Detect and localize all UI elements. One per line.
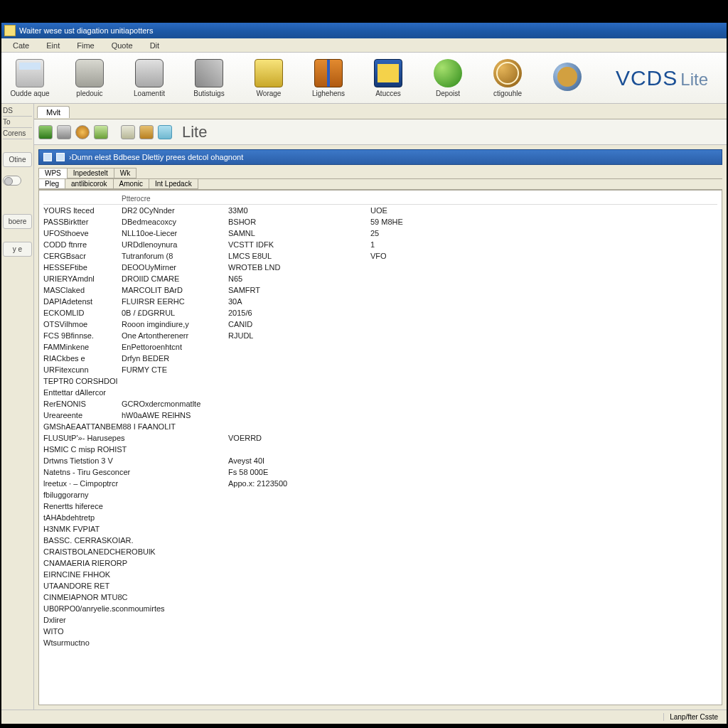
toolbar-button-label: pledouic: [76, 90, 102, 97]
cell: [370, 353, 717, 364]
toolbar-button[interactable]: Loamentit: [127, 59, 172, 97]
workspace-tab[interactable]: Mvlt: [37, 106, 70, 118]
cell: N65: [228, 273, 370, 284]
cell: OTSVilhmoe: [43, 318, 122, 330]
cell: UOE: [370, 205, 717, 216]
folder-icon[interactable]: [121, 125, 135, 139]
cell: 0B / £DGRRUL: [122, 307, 228, 318]
data-row: CRAISTBOLANEDCHEROBUlK: [43, 546, 717, 557]
sidebar-toggle[interactable]: [3, 176, 21, 186]
sidebar-head-3: Corens: [3, 128, 32, 139]
user-icon[interactable]: [75, 125, 90, 139]
cell: DROIID CMARE: [122, 273, 228, 284]
data-row: CNAMAERIA RIERORP: [43, 557, 717, 569]
menu-item-quote[interactable]: Quote: [103, 40, 141, 51]
cell: [370, 296, 717, 307]
cell: [228, 364, 370, 375]
cell: [370, 364, 717, 375]
toolbar-button[interactable]: Lighehens: [306, 59, 351, 97]
cell: Aveyst 40I: [228, 455, 264, 466]
cell: RerENONIS: [43, 398, 122, 410]
toolbar-button[interactable]: ctigouhle: [485, 59, 530, 97]
data-row: RerENONISGCROxdercmonmatlte: [43, 398, 717, 410]
data-row: fbiluggorarny: [43, 489, 717, 500]
sidebar-button-boere[interactable]: boere: [3, 214, 32, 229]
toolbar-button[interactable]: Oudde aque: [7, 59, 53, 97]
cell: 1: [370, 239, 717, 250]
cell: Rooon imgindiure,y: [122, 318, 228, 330]
toolbar-button[interactable]: pledouic: [67, 59, 112, 97]
toolbar-button-label: Oudde aque: [10, 90, 49, 97]
data-row: H3NMK FVPIAT: [43, 523, 717, 535]
data-row: PASSBirktterDBedmeacoxcyBSHOR59 M8HE: [43, 216, 717, 228]
data-row: BASSC. CERRASKOIAR.: [43, 535, 717, 546]
inner-tab[interactable]: Wk: [114, 168, 136, 178]
data-row: RIACkbes eDrfyn BEDER: [43, 353, 717, 364]
package-icon[interactable]: [139, 125, 154, 139]
inner-subtab[interactable]: Amonic: [113, 179, 149, 189]
toolbar-button[interactable]: Depoist: [425, 59, 471, 97]
cell: ECKOMLID: [43, 307, 122, 318]
subheader-text: ›Dumn elest Bdbese Dlettiy prees detcol …: [69, 153, 243, 161]
menu-item-cate[interactable]: Cate: [4, 40, 38, 51]
data-row: HESSEFtibeDEOOUyMirnerWROTEB LND: [43, 262, 717, 273]
inner-tab[interactable]: Inpedestelt: [67, 168, 114, 178]
inner-tab[interactable]: WPS: [38, 168, 68, 178]
cell: LMCS E8UL: [228, 250, 370, 262]
toolbar-button[interactable]: [545, 63, 590, 93]
data-row: GMShAEAATTANBEM88 I FAANOLIT: [43, 421, 717, 432]
data-row: CODD ftnrreURDdlenoynuraVCSTT IDFK1: [43, 239, 717, 250]
cell: DEOOUyMirner: [122, 262, 228, 273]
toolbar-button[interactable]: Worage: [246, 59, 291, 97]
cell: URFitexcunn: [43, 364, 122, 375]
cell: VCSTT IDFK: [228, 239, 370, 250]
data-row: lreetux · – CimpoptrcrAppo.x: 2123500: [43, 478, 717, 489]
case-icon: [374, 59, 402, 87]
data-row: URIERYAmdnlDROIID CMAREN65: [43, 273, 717, 284]
data-row: Drtwns Tietstion 3 VAveyst 40I: [43, 455, 717, 466]
cell: SAMFRT: [228, 284, 370, 296]
window-titlebar: Waiter wese ust diagation unitiapotters: [1, 23, 727, 38]
cell: SAMNL: [228, 228, 370, 239]
device-icon[interactable]: [57, 125, 71, 139]
cell: CANID: [228, 318, 370, 330]
sidebar-button-ye[interactable]: y e: [3, 242, 32, 257]
cell: [370, 307, 717, 318]
cell: URIERYAmdnl: [43, 273, 122, 284]
data-row: HSMIC C misp ROHIST: [43, 444, 717, 455]
main-toolbar: Oudde aquepledouicLoamentitButistuigsWor…: [1, 53, 727, 104]
cell: Drfyn BEDER: [122, 353, 228, 364]
refresh-icon[interactable]: [38, 125, 53, 139]
cell: lreetux · – Cimpoptrcr: [43, 478, 228, 489]
inner-subtab[interactable]: Pleg: [38, 179, 65, 189]
data-row: CERGBsacrTutranforum (8LMCS E8ULVFO: [43, 250, 717, 262]
cell: [370, 341, 717, 353]
toolbar-button[interactable]: Atucces: [365, 59, 411, 97]
data-row: Dxlirer: [43, 614, 717, 626]
menu-item-eint[interactable]: Eint: [38, 40, 68, 51]
cell: FLUSUtP'»- Harusepes: [43, 432, 228, 444]
inner-subtab[interactable]: antlibicorok: [65, 179, 114, 189]
cell: RJUDL: [228, 330, 370, 341]
cell: hW0aAWE RElHNS: [122, 410, 228, 421]
toolbar-button[interactable]: Butistuigs: [186, 59, 232, 97]
inner-subtab[interactable]: Int Lpedack: [149, 179, 198, 189]
menu-item-fime[interactable]: Fime: [68, 40, 102, 51]
data-row: WITO: [43, 626, 717, 637]
window-icon[interactable]: [158, 125, 172, 139]
data-row: UFOSthoeveNLL10oe-LiecerSAMNL25: [43, 228, 717, 239]
menu-item-dit[interactable]: Dit: [141, 40, 168, 51]
cell: Ureareente: [43, 410, 122, 421]
cell: 33M0: [228, 205, 370, 216]
leaf-icon[interactable]: [94, 125, 108, 139]
inner-tabs-row1: WPSInpedesteltWk: [38, 168, 722, 179]
sidebar-button-online[interactable]: Otine: [3, 152, 32, 167]
cell: WROTEB LND: [228, 262, 370, 273]
cell: FURMY CTE: [122, 364, 228, 375]
cell: [228, 341, 370, 353]
data-panel[interactable]: Ptterocre YOURS ltecedDR2 0CyNnder33M0UO…: [38, 190, 722, 705]
data-header-row: Ptterocre: [43, 193, 717, 205]
cell: VFO: [370, 250, 717, 262]
cell: UFOSthoeve: [43, 228, 122, 239]
drum-icon: [75, 59, 104, 87]
